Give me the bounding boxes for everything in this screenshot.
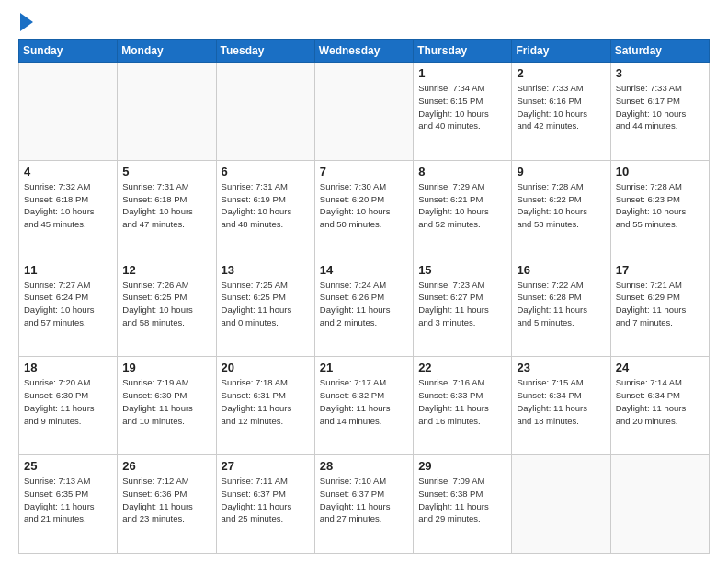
logo	[18, 15, 33, 31]
calendar-cell: 27Sunrise: 7:11 AM Sunset: 6:37 PM Dayli…	[216, 455, 314, 554]
calendar-cell: 18Sunrise: 7:20 AM Sunset: 6:30 PM Dayli…	[19, 357, 118, 455]
day-number: 10	[616, 165, 704, 178]
day-number: 27	[222, 459, 310, 473]
day-info: Sunrise: 7:23 AM Sunset: 6:27 PM Dayligh…	[418, 279, 506, 329]
calendar-cell: 20Sunrise: 7:18 AM Sunset: 6:31 PM Dayli…	[216, 357, 314, 455]
day-number: 9	[517, 165, 605, 178]
day-number: 24	[616, 361, 704, 374]
calendar-cell: 12Sunrise: 7:26 AM Sunset: 6:25 PM Dayli…	[118, 259, 216, 357]
calendar-header-monday: Monday	[118, 40, 216, 63]
day-number: 12	[122, 263, 210, 277]
day-number: 20	[222, 361, 310, 374]
day-number: 14	[320, 263, 408, 277]
calendar-cell: 28Sunrise: 7:10 AM Sunset: 6:37 PM Dayli…	[314, 455, 413, 554]
calendar-cell: 29Sunrise: 7:09 AM Sunset: 6:38 PM Dayli…	[414, 455, 512, 554]
calendar-header-sunday: Sunday	[19, 40, 118, 63]
day-info: Sunrise: 7:25 AM Sunset: 6:25 PM Dayligh…	[222, 279, 310, 329]
day-number: 28	[320, 459, 408, 473]
day-info: Sunrise: 7:16 AM Sunset: 6:33 PM Dayligh…	[418, 376, 506, 427]
day-info: Sunrise: 7:33 AM Sunset: 6:17 PM Dayligh…	[616, 82, 704, 132]
day-info: Sunrise: 7:28 AM Sunset: 6:23 PM Dayligh…	[616, 180, 704, 231]
day-info: Sunrise: 7:20 AM Sunset: 6:30 PM Dayligh…	[24, 376, 112, 427]
calendar-cell	[610, 455, 709, 554]
calendar-cell: 5Sunrise: 7:31 AM Sunset: 6:18 PM Daylig…	[118, 160, 216, 259]
calendar-week-row: 18Sunrise: 7:20 AM Sunset: 6:30 PM Dayli…	[19, 357, 710, 455]
calendar-cell	[19, 63, 118, 161]
calendar-cell: 26Sunrise: 7:12 AM Sunset: 6:36 PM Dayli…	[118, 455, 216, 554]
calendar-cell: 24Sunrise: 7:14 AM Sunset: 6:34 PM Dayli…	[610, 357, 709, 455]
day-info: Sunrise: 7:24 AM Sunset: 6:26 PM Dayligh…	[320, 279, 408, 329]
calendar-cell	[314, 63, 413, 161]
calendar-cell: 25Sunrise: 7:13 AM Sunset: 6:35 PM Dayli…	[19, 455, 118, 554]
day-number: 7	[320, 165, 408, 178]
calendar-cell: 14Sunrise: 7:24 AM Sunset: 6:26 PM Dayli…	[314, 259, 413, 357]
day-info: Sunrise: 7:26 AM Sunset: 6:25 PM Dayligh…	[122, 279, 210, 329]
calendar-cell: 15Sunrise: 7:23 AM Sunset: 6:27 PM Dayli…	[414, 259, 512, 357]
day-info: Sunrise: 7:31 AM Sunset: 6:18 PM Dayligh…	[122, 180, 210, 231]
calendar-cell	[118, 63, 216, 161]
calendar-cell	[216, 63, 314, 161]
day-number: 15	[418, 263, 506, 277]
calendar-cell: 10Sunrise: 7:28 AM Sunset: 6:23 PM Dayli…	[610, 160, 709, 259]
calendar-header-tuesday: Tuesday	[216, 40, 314, 63]
calendar-cell: 23Sunrise: 7:15 AM Sunset: 6:34 PM Dayli…	[512, 357, 610, 455]
day-info: Sunrise: 7:33 AM Sunset: 6:16 PM Dayligh…	[517, 82, 605, 132]
calendar-cell: 6Sunrise: 7:31 AM Sunset: 6:19 PM Daylig…	[216, 160, 314, 259]
calendar-cell: 4Sunrise: 7:32 AM Sunset: 6:18 PM Daylig…	[19, 160, 118, 259]
day-info: Sunrise: 7:15 AM Sunset: 6:34 PM Dayligh…	[517, 376, 605, 427]
calendar-cell: 9Sunrise: 7:28 AM Sunset: 6:22 PM Daylig…	[512, 160, 610, 259]
calendar-header-friday: Friday	[512, 40, 610, 63]
day-number: 6	[222, 165, 310, 178]
day-number: 5	[122, 165, 210, 178]
day-info: Sunrise: 7:12 AM Sunset: 6:36 PM Dayligh…	[122, 475, 210, 525]
day-number: 1	[418, 66, 506, 80]
page: SundayMondayTuesdayWednesdayThursdayFrid…	[0, 0, 728, 563]
day-info: Sunrise: 7:17 AM Sunset: 6:32 PM Dayligh…	[320, 376, 408, 427]
day-number: 16	[517, 263, 605, 277]
day-info: Sunrise: 7:21 AM Sunset: 6:29 PM Dayligh…	[616, 279, 704, 329]
day-number: 22	[418, 361, 506, 374]
calendar-cell: 3Sunrise: 7:33 AM Sunset: 6:17 PM Daylig…	[610, 63, 709, 161]
calendar-cell: 17Sunrise: 7:21 AM Sunset: 6:29 PM Dayli…	[610, 259, 709, 357]
day-number: 18	[24, 361, 112, 374]
day-info: Sunrise: 7:34 AM Sunset: 6:15 PM Dayligh…	[418, 82, 506, 132]
calendar-header-saturday: Saturday	[610, 40, 709, 63]
day-info: Sunrise: 7:10 AM Sunset: 6:37 PM Dayligh…	[320, 475, 408, 525]
day-info: Sunrise: 7:18 AM Sunset: 6:31 PM Dayligh…	[222, 376, 310, 427]
day-number: 3	[616, 66, 704, 80]
day-number: 23	[517, 361, 605, 374]
day-number: 29	[418, 459, 506, 473]
calendar-week-row: 11Sunrise: 7:27 AM Sunset: 6:24 PM Dayli…	[19, 259, 710, 357]
calendar-header-wednesday: Wednesday	[314, 40, 413, 63]
calendar-cell: 22Sunrise: 7:16 AM Sunset: 6:33 PM Dayli…	[414, 357, 512, 455]
calendar-cell: 21Sunrise: 7:17 AM Sunset: 6:32 PM Dayli…	[314, 357, 413, 455]
calendar-cell: 19Sunrise: 7:19 AM Sunset: 6:30 PM Dayli…	[118, 357, 216, 455]
calendar-table: SundayMondayTuesdayWednesdayThursdayFrid…	[18, 39, 710, 554]
day-number: 2	[517, 66, 605, 80]
calendar-cell: 16Sunrise: 7:22 AM Sunset: 6:28 PM Dayli…	[512, 259, 610, 357]
calendar-cell: 8Sunrise: 7:29 AM Sunset: 6:21 PM Daylig…	[414, 160, 512, 259]
calendar-cell: 11Sunrise: 7:27 AM Sunset: 6:24 PM Dayli…	[19, 259, 118, 357]
day-info: Sunrise: 7:27 AM Sunset: 6:24 PM Dayligh…	[24, 279, 112, 329]
day-info: Sunrise: 7:11 AM Sunset: 6:37 PM Dayligh…	[222, 475, 310, 525]
logo-arrow-icon	[20, 13, 33, 31]
day-info: Sunrise: 7:13 AM Sunset: 6:35 PM Dayligh…	[24, 475, 112, 525]
calendar-week-row: 25Sunrise: 7:13 AM Sunset: 6:35 PM Dayli…	[19, 455, 710, 554]
day-info: Sunrise: 7:30 AM Sunset: 6:20 PM Dayligh…	[320, 180, 408, 231]
day-info: Sunrise: 7:14 AM Sunset: 6:34 PM Dayligh…	[616, 376, 704, 427]
day-number: 25	[24, 459, 112, 473]
day-number: 11	[24, 263, 112, 277]
day-number: 26	[122, 459, 210, 473]
header	[18, 15, 710, 31]
calendar-cell: 2Sunrise: 7:33 AM Sunset: 6:16 PM Daylig…	[512, 63, 610, 161]
day-number: 13	[222, 263, 310, 277]
day-info: Sunrise: 7:31 AM Sunset: 6:19 PM Dayligh…	[222, 180, 310, 231]
day-number: 4	[24, 165, 112, 178]
calendar-cell: 13Sunrise: 7:25 AM Sunset: 6:25 PM Dayli…	[216, 259, 314, 357]
day-number: 19	[122, 361, 210, 374]
day-info: Sunrise: 7:19 AM Sunset: 6:30 PM Dayligh…	[122, 376, 210, 427]
day-info: Sunrise: 7:09 AM Sunset: 6:38 PM Dayligh…	[418, 475, 506, 525]
day-info: Sunrise: 7:29 AM Sunset: 6:21 PM Dayligh…	[418, 180, 506, 231]
day-number: 17	[616, 263, 704, 277]
calendar-cell	[512, 455, 610, 554]
